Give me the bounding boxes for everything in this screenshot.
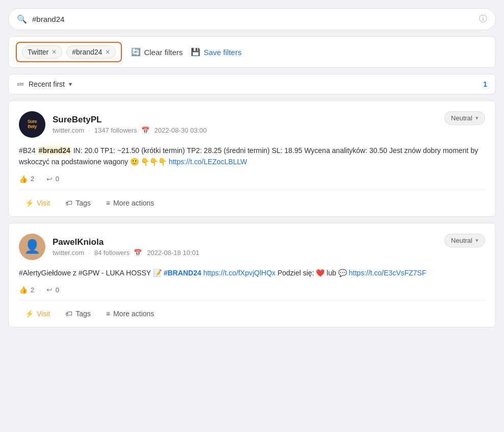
sentiment-label: Neutral — [451, 114, 472, 122]
share-count: 0 — [56, 286, 59, 294]
visit-label: Visit — [37, 199, 50, 207]
filter-chips-group: Twitter ✕ #brand24 ✕ — [16, 42, 122, 62]
info-icon[interactable]: ⓘ — [479, 14, 487, 24]
result-card-surebety: Sure Bety SureBetyPL twitter.com · 1347 … — [8, 100, 496, 217]
search-icon: 🔍 — [17, 14, 27, 24]
tags-button[interactable]: 🏷 Tags — [59, 307, 97, 321]
stat-separator: · — [39, 286, 41, 294]
meta-dot: · — [88, 126, 90, 134]
author-meta: twitter.com · 84 followers 📅 2022-08-18 … — [53, 249, 199, 257]
sort-icon: ≔ — [17, 80, 24, 89]
tags-button[interactable]: 🏷 Tags — [59, 196, 97, 210]
author-meta: twitter.com · 1347 followers 📅 2022-08-3… — [53, 126, 207, 134]
stat-separator: · — [39, 175, 41, 183]
sort-chevron-icon: ▾ — [69, 81, 72, 88]
more-actions-label: More actions — [113, 199, 154, 207]
chip-brand24-label: #brand24 — [72, 48, 102, 56]
visit-icon: ⚡ — [25, 310, 34, 318]
share-count: 0 — [56, 175, 59, 183]
visit-icon: ⚡ — [25, 199, 34, 207]
visit-button[interactable]: ⚡ Visit — [19, 196, 56, 210]
save-icon: 💾 — [191, 47, 200, 57]
more-actions-button[interactable]: ≡ More actions — [100, 196, 160, 210]
card-actions: ⚡ Visit 🏷 Tags ≡ More actions — [19, 300, 485, 327]
sort-row: ≔ Recent first ▾ 1 — [8, 74, 496, 94]
card-content: #AlertyGiełdowe z #GPW - LUKA HOSSY 📝 #B… — [19, 267, 485, 278]
filter-chip-twitter[interactable]: Twitter ✕ — [22, 45, 62, 59]
card-author: Sure Bety SureBetyPL twitter.com · 1347 … — [19, 111, 207, 138]
tags-icon: 🏷 — [65, 199, 72, 207]
results-list: Sure Bety SureBetyPL twitter.com · 1347 … — [8, 100, 496, 327]
tags-icon: 🏷 — [65, 310, 72, 318]
sort-button[interactable]: ≔ Recent first ▾ — [17, 80, 72, 89]
author-date: 2022-08-18 10:01 — [147, 249, 199, 257]
more-actions-icon: ≡ — [106, 199, 110, 207]
filter-row: Twitter ✕ #brand24 ✕ 🔄 Clear filters 💾 S… — [8, 36, 496, 68]
filter-actions: 🔄 Clear filters 💾 Save filters — [131, 47, 241, 57]
like-count: 2 — [31, 175, 34, 183]
tags-label: Tags — [75, 310, 91, 318]
author-source: twitter.com — [53, 126, 84, 134]
more-actions-icon: ≡ — [106, 310, 110, 318]
tags-label: Tags — [75, 199, 91, 207]
calendar-icon: 📅 — [134, 249, 142, 257]
sort-label: Recent first — [29, 80, 65, 88]
more-actions-button[interactable]: ≡ More actions — [100, 307, 160, 321]
search-input[interactable] — [32, 15, 474, 23]
visit-button[interactable]: ⚡ Visit — [19, 307, 56, 321]
save-filters-label: Save filters — [204, 48, 241, 57]
author-name: SureBetyPL — [53, 115, 207, 125]
chip-twitter-label: Twitter — [28, 48, 48, 56]
sentiment-badge[interactable]: Neutral ▾ — [444, 111, 485, 125]
content-link2[interactable]: https://t.co/E3cVsFZ7SF — [349, 269, 426, 277]
author-date: 2022-08-30 03:00 — [155, 126, 207, 134]
badge-chevron-icon: ▾ — [475, 115, 478, 121]
card-author: 👤 PawelKniola twitter.com · 84 followers… — [19, 234, 199, 260]
like-icon: 👍 — [19, 175, 28, 183]
visit-label: Visit — [37, 310, 50, 318]
avatar: Sure Bety — [19, 111, 45, 138]
author-followers: 84 followers — [94, 249, 130, 257]
card-stats: 👍 2 · ↩ 0 — [19, 175, 485, 183]
card-actions: ⚡ Visit 🏷 Tags ≡ More actions — [19, 189, 485, 216]
card-header: Sure Bety SureBetyPL twitter.com · 1347 … — [19, 111, 485, 138]
share-icon: ↩ — [46, 286, 53, 294]
author-info: PawelKniola twitter.com · 84 followers 📅… — [53, 237, 199, 257]
sentiment-label: Neutral — [451, 237, 472, 244]
card-header: 👤 PawelKniola twitter.com · 84 followers… — [19, 234, 485, 260]
share-icon: ↩ — [46, 175, 53, 183]
author-name: PawelKniola — [53, 237, 199, 247]
clear-filters-label: Clear filters — [144, 48, 183, 57]
author-info: SureBetyPL twitter.com · 1347 followers … — [53, 115, 207, 134]
result-count: 1 — [483, 80, 487, 88]
search-bar: 🔍 ⓘ — [8, 8, 496, 30]
save-filters-button[interactable]: 💾 Save filters — [191, 47, 241, 57]
chip-brand24-close[interactable]: ✕ — [105, 49, 110, 55]
card-content: #B24 #brand24 IN: 20.0 TP1: ~21.50 (krót… — [19, 145, 485, 168]
content-link[interactable]: https://t.co/LEZocLBLLW — [169, 158, 247, 166]
highlight-brand24: #brand24 — [38, 146, 71, 155]
refresh-icon: 🔄 — [131, 47, 141, 57]
chip-twitter-close[interactable]: ✕ — [52, 49, 57, 55]
filter-chip-brand24[interactable]: #brand24 ✕ — [66, 45, 116, 59]
like-count: 2 — [31, 286, 34, 294]
author-source: twitter.com — [53, 249, 84, 257]
meta-dot: · — [88, 249, 90, 257]
badge-chevron-icon: ▾ — [475, 237, 478, 244]
avatar: 👤 — [19, 234, 45, 260]
content-link1[interactable]: https://t.co/fXpvjQlHQx — [203, 269, 275, 277]
result-card-pawelkniola: 👤 PawelKniola twitter.com · 84 followers… — [8, 223, 496, 327]
author-followers: 1347 followers — [94, 126, 137, 134]
calendar-icon: 📅 — [141, 126, 149, 134]
highlight-brand24: #BRAND24 — [164, 269, 201, 277]
more-actions-label: More actions — [113, 310, 154, 318]
like-icon: 👍 — [19, 286, 28, 294]
clear-filters-button[interactable]: 🔄 Clear filters — [131, 47, 183, 57]
card-stats: 👍 2 · ↩ 0 — [19, 286, 485, 294]
sentiment-badge[interactable]: Neutral ▾ — [444, 234, 485, 247]
